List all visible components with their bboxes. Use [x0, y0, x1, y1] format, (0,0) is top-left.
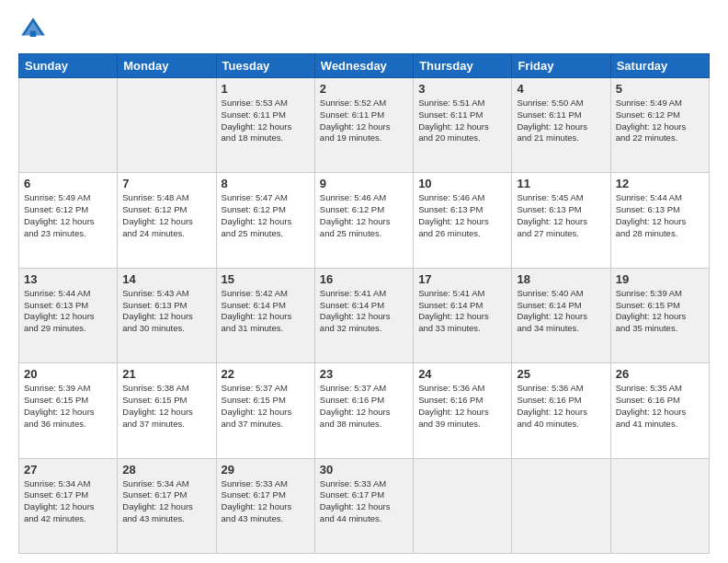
day-number: 4	[517, 82, 605, 96]
day-number: 15	[222, 272, 310, 286]
calendar-cell: 18Sunrise: 5:40 AM Sunset: 6:14 PM Dayli…	[512, 268, 610, 362]
day-number: 5	[616, 82, 704, 96]
day-detail: Sunrise: 5:46 AM Sunset: 6:12 PM Dayligh…	[320, 192, 408, 239]
weekday-header-row: SundayMondayTuesdayWednesdayThursdayFrid…	[19, 54, 710, 78]
day-number: 19	[616, 272, 704, 286]
day-detail: Sunrise: 5:37 AM Sunset: 6:15 PM Dayligh…	[222, 383, 310, 430]
day-detail: Sunrise: 5:36 AM Sunset: 6:16 PM Dayligh…	[517, 383, 605, 430]
day-number: 13	[24, 272, 112, 286]
day-detail: Sunrise: 5:40 AM Sunset: 6:14 PM Dayligh…	[517, 288, 605, 335]
calendar-cell: 15Sunrise: 5:42 AM Sunset: 6:14 PM Dayli…	[216, 268, 314, 362]
weekday-header-friday: Friday	[512, 54, 610, 78]
calendar-cell: 10Sunrise: 5:46 AM Sunset: 6:13 PM Dayli…	[414, 173, 512, 268]
calendar-cell: 13Sunrise: 5:44 AM Sunset: 6:13 PM Dayli…	[19, 268, 118, 362]
day-detail: Sunrise: 5:34 AM Sunset: 6:17 PM Dayligh…	[24, 478, 112, 525]
day-detail: Sunrise: 5:43 AM Sunset: 6:13 PM Dayligh…	[122, 288, 210, 335]
day-number: 28	[122, 463, 210, 477]
calendar-cell: 20Sunrise: 5:39 AM Sunset: 6:15 PM Dayli…	[19, 363, 118, 458]
day-number: 22	[222, 367, 310, 381]
day-detail: Sunrise: 5:35 AM Sunset: 6:16 PM Dayligh…	[616, 383, 704, 430]
calendar-cell	[512, 458, 610, 553]
weekday-header-sunday: Sunday	[19, 54, 118, 78]
day-detail: Sunrise: 5:41 AM Sunset: 6:14 PM Dayligh…	[320, 288, 408, 335]
weekday-header-tuesday: Tuesday	[216, 54, 314, 78]
calendar-cell: 9Sunrise: 5:46 AM Sunset: 6:12 PM Daylig…	[314, 173, 413, 268]
day-number: 20	[24, 367, 112, 381]
day-number: 30	[320, 463, 408, 477]
day-number: 8	[222, 177, 310, 190]
calendar-cell	[19, 78, 118, 173]
page: SundayMondayTuesdayWednesdayThursdayFrid…	[0, 0, 728, 563]
day-detail: Sunrise: 5:53 AM Sunset: 6:11 PM Dayligh…	[222, 98, 310, 144]
day-number: 11	[517, 177, 605, 190]
day-number: 26	[616, 367, 704, 381]
day-number: 18	[517, 272, 605, 286]
day-detail: Sunrise: 5:49 AM Sunset: 6:12 PM Dayligh…	[24, 192, 112, 239]
day-detail: Sunrise: 5:44 AM Sunset: 6:13 PM Dayligh…	[616, 192, 704, 239]
logo-icon	[18, 15, 48, 44]
day-detail: Sunrise: 5:52 AM Sunset: 6:11 PM Dayligh…	[320, 98, 408, 144]
calendar-cell: 8Sunrise: 5:47 AM Sunset: 6:12 PM Daylig…	[216, 173, 314, 268]
day-detail: Sunrise: 5:51 AM Sunset: 6:11 PM Dayligh…	[418, 98, 506, 144]
weekday-header-saturday: Saturday	[610, 54, 709, 78]
day-number: 21	[122, 367, 210, 381]
calendar-cell: 14Sunrise: 5:43 AM Sunset: 6:13 PM Dayli…	[118, 268, 216, 362]
day-detail: Sunrise: 5:39 AM Sunset: 6:15 PM Dayligh…	[616, 288, 704, 335]
day-number: 25	[517, 367, 605, 381]
calendar-cell: 27Sunrise: 5:34 AM Sunset: 6:17 PM Dayli…	[19, 458, 118, 553]
calendar-cell: 7Sunrise: 5:48 AM Sunset: 6:12 PM Daylig…	[118, 173, 216, 268]
day-number: 24	[418, 367, 506, 381]
calendar-cell: 1Sunrise: 5:53 AM Sunset: 6:11 PM Daylig…	[216, 78, 314, 173]
calendar-cell: 26Sunrise: 5:35 AM Sunset: 6:16 PM Dayli…	[610, 363, 709, 458]
svg-rect-2	[30, 31, 36, 37]
day-detail: Sunrise: 5:45 AM Sunset: 6:13 PM Dayligh…	[517, 192, 605, 239]
calendar-cell	[118, 78, 216, 173]
day-detail: Sunrise: 5:49 AM Sunset: 6:12 PM Dayligh…	[616, 98, 704, 144]
day-number: 23	[320, 367, 408, 381]
day-number: 14	[122, 272, 210, 286]
day-number: 17	[418, 272, 506, 286]
header	[18, 15, 710, 44]
calendar-week-5: 27Sunrise: 5:34 AM Sunset: 6:17 PM Dayli…	[19, 458, 710, 553]
day-detail: Sunrise: 5:36 AM Sunset: 6:16 PM Dayligh…	[418, 383, 506, 430]
calendar-cell: 17Sunrise: 5:41 AM Sunset: 6:14 PM Dayli…	[414, 268, 512, 362]
calendar-cell: 24Sunrise: 5:36 AM Sunset: 6:16 PM Dayli…	[414, 363, 512, 458]
calendar-cell: 29Sunrise: 5:33 AM Sunset: 6:17 PM Dayli…	[216, 458, 314, 553]
calendar-cell: 5Sunrise: 5:49 AM Sunset: 6:12 PM Daylig…	[610, 78, 709, 173]
day-detail: Sunrise: 5:34 AM Sunset: 6:17 PM Dayligh…	[122, 478, 210, 525]
calendar-week-4: 20Sunrise: 5:39 AM Sunset: 6:15 PM Dayli…	[19, 363, 710, 458]
weekday-header-thursday: Thursday	[414, 54, 512, 78]
day-number: 10	[418, 177, 506, 190]
calendar-cell: 3Sunrise: 5:51 AM Sunset: 6:11 PM Daylig…	[414, 78, 512, 173]
day-detail: Sunrise: 5:39 AM Sunset: 6:15 PM Dayligh…	[24, 383, 112, 430]
calendar-week-3: 13Sunrise: 5:44 AM Sunset: 6:13 PM Dayli…	[19, 268, 710, 362]
day-number: 1	[222, 82, 310, 96]
day-detail: Sunrise: 5:44 AM Sunset: 6:13 PM Dayligh…	[24, 288, 112, 335]
calendar-table: SundayMondayTuesdayWednesdayThursdayFrid…	[18, 53, 710, 554]
calendar-cell: 12Sunrise: 5:44 AM Sunset: 6:13 PM Dayli…	[610, 173, 709, 268]
calendar-cell: 11Sunrise: 5:45 AM Sunset: 6:13 PM Dayli…	[512, 173, 610, 268]
calendar-cell	[610, 458, 709, 553]
calendar-cell: 2Sunrise: 5:52 AM Sunset: 6:11 PM Daylig…	[314, 78, 413, 173]
calendar-cell: 25Sunrise: 5:36 AM Sunset: 6:16 PM Dayli…	[512, 363, 610, 458]
day-detail: Sunrise: 5:33 AM Sunset: 6:17 PM Dayligh…	[222, 478, 310, 525]
day-detail: Sunrise: 5:50 AM Sunset: 6:11 PM Dayligh…	[517, 98, 605, 144]
day-detail: Sunrise: 5:37 AM Sunset: 6:16 PM Dayligh…	[320, 383, 408, 430]
day-detail: Sunrise: 5:46 AM Sunset: 6:13 PM Dayligh…	[418, 192, 506, 239]
day-number: 6	[24, 177, 112, 190]
calendar-cell: 6Sunrise: 5:49 AM Sunset: 6:12 PM Daylig…	[19, 173, 118, 268]
day-number: 27	[24, 463, 112, 477]
logo	[18, 15, 51, 44]
calendar-cell: 28Sunrise: 5:34 AM Sunset: 6:17 PM Dayli…	[118, 458, 216, 553]
day-detail: Sunrise: 5:47 AM Sunset: 6:12 PM Dayligh…	[222, 192, 310, 239]
day-number: 16	[320, 272, 408, 286]
day-detail: Sunrise: 5:38 AM Sunset: 6:15 PM Dayligh…	[122, 383, 210, 430]
day-detail: Sunrise: 5:48 AM Sunset: 6:12 PM Dayligh…	[122, 192, 210, 239]
day-number: 9	[320, 177, 408, 190]
day-number: 7	[122, 177, 210, 190]
day-detail: Sunrise: 5:42 AM Sunset: 6:14 PM Dayligh…	[222, 288, 310, 335]
calendar-cell	[414, 458, 512, 553]
day-number: 12	[616, 177, 704, 190]
calendar-cell: 19Sunrise: 5:39 AM Sunset: 6:15 PM Dayli…	[610, 268, 709, 362]
calendar-cell: 22Sunrise: 5:37 AM Sunset: 6:15 PM Dayli…	[216, 363, 314, 458]
